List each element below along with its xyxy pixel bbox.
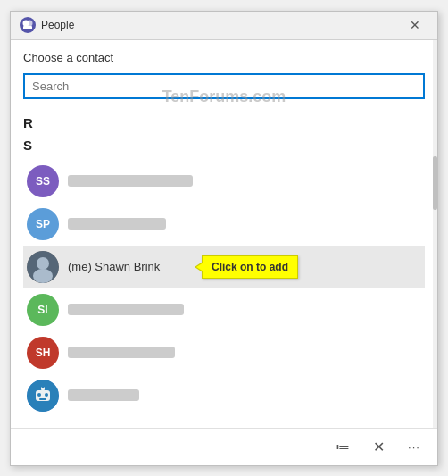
contact-name-robot xyxy=(68,389,139,401)
contact-item-shawn[interactable]: (me) Shawn Brink Click on to add xyxy=(23,246,425,288)
contact-name-shawn: (me) Shawn Brink xyxy=(68,260,160,273)
contact-name-si xyxy=(68,304,184,315)
avatar-sp: SP xyxy=(27,208,59,240)
avatar-sh: SH xyxy=(27,337,59,369)
avatar-si: SI xyxy=(27,294,59,326)
contact-name-sh xyxy=(68,347,175,358)
svg-rect-2 xyxy=(23,26,32,29)
close-button[interactable]: ✕ xyxy=(362,432,394,461)
contact-item-sp[interactable]: SP xyxy=(23,203,425,246)
contact-name-sp xyxy=(68,218,166,230)
app-icon xyxy=(20,17,36,33)
svg-point-12 xyxy=(42,385,45,388)
avatar-ss: SS xyxy=(27,165,59,197)
titlebar: People ✕ xyxy=(11,12,437,40)
page-subtitle: Choose a contact xyxy=(23,51,425,64)
list-view-button[interactable]: ≔ xyxy=(327,432,359,461)
window-title: People xyxy=(41,19,402,31)
contact-name-ss xyxy=(68,175,193,187)
close-window-button[interactable]: ✕ xyxy=(402,11,428,39)
svg-point-1 xyxy=(27,21,33,27)
tooltip-add: Click on to add xyxy=(202,255,298,279)
contact-item-robot[interactable] xyxy=(23,374,425,417)
svg-rect-10 xyxy=(39,398,46,400)
svg-point-5 xyxy=(33,269,53,283)
section-header-r: R xyxy=(23,115,425,130)
contact-item-sh[interactable]: SH xyxy=(23,331,425,374)
avatar-shawn xyxy=(27,251,59,283)
scrollbar-track xyxy=(433,40,437,428)
contacts-list: R S SS SP xyxy=(23,110,425,428)
more-button[interactable]: ··· xyxy=(398,432,430,461)
content-area: Choose a contact R S SS SP xyxy=(11,40,437,428)
contact-item-ss[interactable]: SS xyxy=(23,160,425,203)
app-window: People ✕ TenForums.com Choose a contact … xyxy=(10,11,438,466)
avatar-robot xyxy=(27,380,59,412)
scrollbar-thumb[interactable] xyxy=(433,156,437,210)
section-header-s: S xyxy=(23,138,425,153)
svg-point-9 xyxy=(45,393,48,397)
contact-item-si[interactable]: SI xyxy=(23,288,425,331)
svg-point-8 xyxy=(37,393,41,397)
bottom-toolbar: ≔ ✕ ··· xyxy=(11,428,437,465)
search-input[interactable] xyxy=(23,73,425,99)
svg-point-4 xyxy=(37,257,49,270)
